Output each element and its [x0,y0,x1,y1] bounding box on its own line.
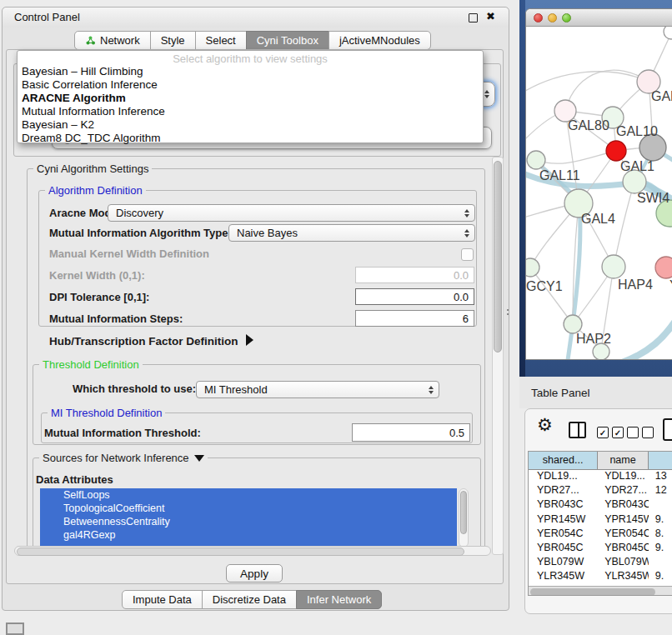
table-row[interactable]: YPR145WYPR145W9. [529,512,672,527]
tab-discretize-data[interactable]: Discretize Data [202,590,297,609]
network-edge [526,72,649,93]
dropdown-item-aracne-algorithm[interactable]: ARACNE Algorithm [18,92,483,105]
network-node-gcy1[interactable] [526,258,539,277]
hub-expand-icon[interactable] [246,334,253,346]
table-horizontal-scrollbar[interactable] [529,586,672,596]
threshold-definition-title: Threshold Definition [39,358,143,371]
network-node-swi4[interactable] [623,170,646,193]
table-row[interactable]: YBR043CYBR043C [529,498,672,512]
combo-arrows-icon [429,386,434,394]
data-attributes-label: Data Attributes [36,473,113,486]
network-node-y[interactable] [655,257,672,278]
settings-horizontal-scrollbar[interactable] [14,546,491,556]
zoom-traffic-light[interactable] [562,13,571,22]
dpi-tolerance-field[interactable]: 0.0 [355,288,474,305]
attribute-item-gal4rgexp[interactable]: gal4RGexp [40,528,457,542]
tab-style[interactable]: Style [150,31,196,50]
tab-jactivemnodules[interactable]: jActiveMNodules [328,31,431,50]
which-threshold-combobox[interactable]: MI Threshold [196,381,439,398]
aracne-mode-value: Discovery [116,207,163,219]
column-header-col2[interactable] [649,452,672,469]
table-row[interactable]: YER054CYER054C8. [529,527,672,541]
table-row[interactable]: YLR345WYLR345W9. [529,569,672,583]
network-node-label: GAL80 [568,118,609,132]
deselect-all-columns-icon[interactable] [627,427,654,438]
network-window-titlebar[interactable] [526,9,672,27]
control-panel-title: Control Panel [14,11,80,23]
mi-algorithm-type-label: Mutual Information Algorithm Type: [49,227,232,239]
network-node-hap2[interactable] [564,315,582,333]
minimize-traffic-light[interactable] [548,13,557,22]
attribute-item-betweennesscentrality[interactable]: BetweennessCentrality [40,515,457,528]
dropdown-item-mutual-information-inference[interactable]: Mutual Information Inference [18,105,483,118]
mi-algorithm-type-value: Naive Bayes [237,227,298,239]
table-cell [649,498,672,512]
table-cell: YPR145W [529,512,598,527]
attribute-list-vertical-scrollbar[interactable] [459,488,469,548]
tab-cyni-toolbox[interactable]: Cyni Toolbox [246,31,329,50]
tab-label: Select [206,32,236,49]
dropdown-item-bayesian-k2[interactable]: Bayesian – K2 [18,118,483,132]
network-node-label: GAL11 [539,168,580,182]
table-cell: 8. [649,527,672,541]
table-cell: YER054C [598,527,649,541]
gear-icon[interactable]: ⚙ [537,415,553,435]
data-attributes-list[interactable]: SelfLoopsTopologicalCoefficientBetweenne… [40,488,457,548]
network-node-hap4[interactable] [602,255,625,278]
network-node-gal11[interactable] [527,151,545,169]
select-all-columns-icon[interactable]: ✓ ✓ [597,427,624,438]
settings-vertical-scrollbar[interactable] [492,157,504,555]
sources-collapse-icon[interactable] [194,455,204,462]
mi-algorithm-type-combobox[interactable]: Naive Bayes [228,224,475,242]
dpi-tolerance-value: 0.0 [454,291,469,303]
split-columns-icon[interactable] [569,422,586,438]
float-window-icon[interactable] [469,13,478,22]
network-node[interactable] [593,343,609,360]
apply-button[interactable]: Apply [226,564,283,582]
table-panel-container: ⚙ ✓ ✓ shared...name YDL19...YDL19...13YD… [524,408,672,614]
table-panel-header: Table Panel [519,377,672,408]
mi-steps-field[interactable]: 6 [355,310,474,327]
network-node-label: HAP2 [576,332,611,346]
table-row[interactable]: YBR045CYBR045C9. [529,541,672,555]
node-attribute-table: shared...name YDL19...YDL19...13YDR27...… [528,451,672,596]
network-node-gal1[interactable] [606,141,626,161]
scrollbar-thumb[interactable] [460,491,467,534]
scrollbar-thumb[interactable] [494,161,502,352]
mi-steps-label: Mutual Information Steps: [49,312,183,325]
network-node[interactable] [664,27,672,39]
combo-arrows-icon [464,229,469,238]
tab-impute-data[interactable]: Impute Data [122,590,203,609]
dropdown-item-dream8-dc-tdc-algorithm[interactable]: Dream8 DC_TDC Algorithm [18,132,483,145]
scrollbar-thumb[interactable] [530,588,655,596]
table-row[interactable]: YBL079WYBL079W [529,555,672,569]
table-row[interactable]: YDR27...YDR27...12 [529,483,672,498]
tab-network[interactable]: Network [74,31,151,50]
table-cell: YDR27... [529,483,598,498]
manual-kernel-width-checkbox[interactable] [461,248,474,261]
table-cell: YBL079W [529,555,598,569]
dpi-tolerance-label: DPI Tolerance [0,1]: [49,291,149,303]
dropdown-item-bayesian-hill-climbing[interactable]: Bayesian – Hill Climbing [18,65,483,78]
kernel-width-field[interactable]: 0.0 [355,267,474,283]
panel-splitter-handle[interactable] [505,308,510,318]
aracne-mode-combobox[interactable]: Discovery [108,204,475,222]
table-cell: 13 [649,469,672,483]
network-edge [536,151,616,163]
kernel-width-label: Kernel Width (0,1): [49,269,145,282]
attribute-item-selfloops[interactable]: SelfLoops [40,488,457,502]
mi-threshold-field[interactable]: 0.5 [352,423,470,442]
close-traffic-light[interactable] [534,13,543,22]
minimized-panel-icon[interactable] [6,622,24,635]
column-header-shared[interactable]: shared... [529,452,598,469]
dropdown-item-basic-correlation-inference[interactable]: Basic Correlation Inference [18,78,483,92]
tab-select[interactable]: Select [195,31,247,50]
scrollbar-thumb[interactable] [17,548,464,556]
attribute-item-topologicalcoefficient[interactable]: TopologicalCoefficient [40,502,457,515]
close-icon[interactable]: ✖ [486,10,495,22]
document-icon[interactable] [663,418,672,441]
network-canvas[interactable]: GALGAL80GAL10GAL1GAL11SWI4GAL4GCY1HAP4YH… [526,27,672,360]
tab-infer-network[interactable]: Infer Network [296,590,382,609]
column-header-name[interactable]: name [598,452,649,469]
table-row[interactable]: YDL19...YDL19...13 [529,469,672,483]
